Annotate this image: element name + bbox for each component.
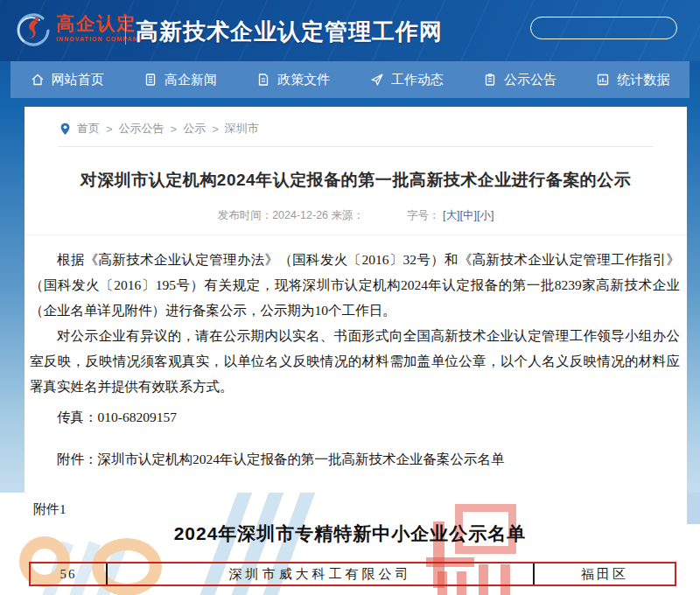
location-pin-icon (60, 122, 71, 136)
fax-line: 传真：010-68209157 (30, 404, 680, 430)
article-title: 对深圳市认定机构2024年认定报备的第一批高新技术企业进行备案的公示 (49, 169, 662, 192)
breadcrumb-announcements[interactable]: 公示公告 (119, 121, 164, 136)
article-paragraph: 根据《高新技术企业认定管理办法》（国科发火〔2016〕32号）和《高新技术企业认… (30, 247, 680, 323)
nav-label: 网站首页 (52, 72, 104, 88)
fontsize-large-button[interactable]: [大] (443, 209, 459, 221)
nav-label: 工作动态 (391, 72, 444, 88)
fontsize-label: 字号： (407, 209, 440, 221)
nav-label: 统计数据 (617, 72, 669, 88)
nav-item-news[interactable]: 高企新闻 (144, 72, 217, 88)
breadcrumb-home[interactable]: 首页 (77, 121, 100, 136)
nav-label: 高企新闻 (164, 72, 217, 88)
site-logo-text[interactable]: 高企认定 INNOVATION COMPANY (56, 12, 143, 44)
breadcrumb-separator: > (212, 122, 219, 136)
search-input[interactable] (531, 18, 684, 38)
source-label: 来源： (332, 209, 365, 221)
article-paragraph: 对公示企业有异议的，请在公示期内以实名、书面形式向全国高新技术企业认定管理工作领… (30, 323, 680, 399)
site-title: 高新技术企业认定管理工作网 (136, 17, 443, 47)
site-logo-icon[interactable] (13, 11, 52, 50)
nav-item-dynamics[interactable]: 工作动态 (370, 72, 444, 88)
nav-item-policy[interactable]: 政策文件 (256, 72, 330, 88)
nav-label: 公示公告 (504, 72, 556, 88)
main-nav: 网站首页 高企新闻 政策文件 工作动态 公示公告 统计数据 (10, 61, 690, 98)
nav-item-statistics[interactable]: 统计数据 (596, 72, 669, 88)
news-icon (144, 73, 158, 87)
row-serial-cell: 56 (31, 564, 108, 584)
breadcrumb-publicity[interactable]: 公示 (183, 121, 206, 136)
dynamics-icon (370, 73, 384, 87)
policy-icon (256, 73, 270, 87)
fontsize-medium-button[interactable]: [中] (459, 209, 476, 221)
background-corner-patch (687, 493, 700, 524)
article-meta: 发布时间：2024-12-26 来源： 字号： [大][中][小] (24, 208, 687, 235)
row-district-cell: 福田区 (535, 564, 675, 584)
publish-time-label: 发布时间： (218, 209, 273, 221)
highlighted-table-row: 56 深圳市威大科工有限公司 福田区 (29, 562, 676, 586)
nav-item-home[interactable]: 网站首页 (31, 72, 104, 88)
publish-date: 2024-12-26 (272, 209, 328, 221)
breadcrumb-separator: > (171, 122, 178, 136)
header-divider (125, 17, 126, 45)
search-box[interactable] (530, 17, 677, 39)
logo-en-label: INNOVATION COMPANY (56, 35, 143, 44)
site-header: 高企认定 INNOVATION COMPANY 高新技术企业认定管理工作网 (0, 0, 700, 61)
attachment-line: 附件：深圳市认定机构2024年认定报备的第一批高新技术企业备案公示名单 (30, 446, 680, 472)
attachment-list-title: 2024年深圳市专精特新中小企业公示名单 (0, 522, 700, 546)
fontsize-small-button[interactable]: [小] (477, 209, 494, 221)
logo-cn-label: 高企认定 (56, 12, 143, 35)
page: 高企认定 INNOVATION COMPANY 高新技术企业认定管理工作网 网站… (0, 0, 700, 595)
breadcrumb: 首页 > 公示公告 > 公示 > 深圳市 (58, 107, 654, 147)
breadcrumb-separator: > (106, 122, 113, 136)
row-company-cell: 深圳市威大科工有限公司 (108, 564, 535, 584)
nav-label: 政策文件 (277, 72, 330, 88)
stats-icon (596, 73, 610, 87)
nav-item-announcements[interactable]: 公示公告 (483, 72, 556, 88)
attachment-label: 附件1 (33, 501, 66, 518)
attachment-image-section: 附件1 2024年深圳市专精特新中小企业公示名单 56 深圳市威大科工有限公司 … (0, 493, 700, 595)
breadcrumb-shenzhen[interactable]: 深圳市 (225, 121, 259, 136)
home-icon (31, 73, 45, 87)
announcement-icon (483, 73, 497, 87)
